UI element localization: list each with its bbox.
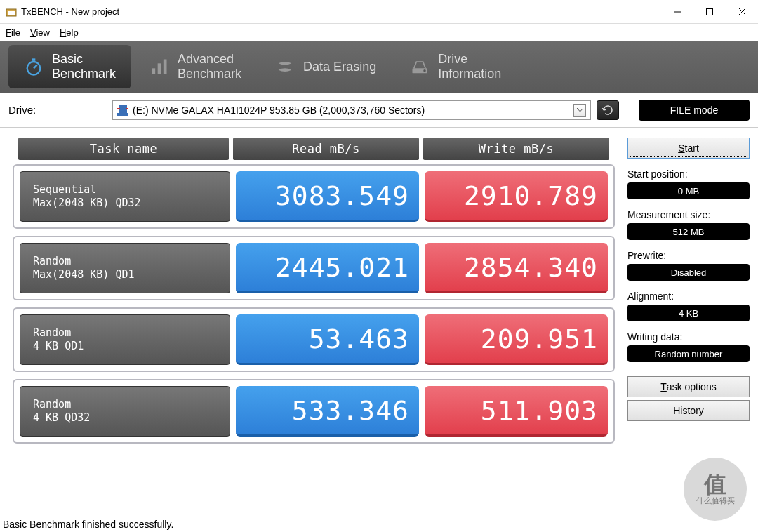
main-area: Task name Read mB/s Write mB/s Sequentia… [0,128,758,500]
read-value: 533.346 [236,386,419,437]
tab-data-erasing[interactable]: Data Erasing [260,50,392,84]
stopwatch-icon [24,57,44,77]
svg-rect-9 [152,68,156,74]
drive-controls-row: Drive: (E:) NVMe GALAX HA1I1024P 953.85 … [0,93,758,128]
read-value: 3083.549 [236,171,419,222]
menubar: File View Help [0,24,758,41]
drive-label: Drive: [8,104,107,116]
svg-rect-15 [117,113,128,116]
write-value: 2854.340 [425,243,608,293]
writing-data-value: Random number [627,345,750,362]
read-value: 53.463 [236,314,419,365]
tab-advanced-benchmark[interactable]: AdvancedBenchmark [134,45,257,88]
task-options-button[interactable]: Task options [627,376,750,397]
tabstrip: BasicBenchmark AdvancedBenchmark Data Er… [0,41,758,93]
prewrite-label: Prewrite: [627,250,750,261]
write-value: 2910.789 [425,171,608,222]
write-value: 511.903 [425,386,608,437]
start-button[interactable]: Start [627,138,750,159]
task-cell: Random4 KB QD1 [20,314,230,365]
titlebar: TxBENCH - New project [0,0,758,24]
table-row: SequentialMax(2048 KB) QD32 3083.549 291… [13,164,615,229]
refresh-button[interactable] [597,100,619,120]
chevron-down-icon[interactable] [573,104,586,117]
col-read: Read mB/s [233,138,419,160]
minimize-button[interactable] [661,1,693,22]
start-position-label: Start position: [627,168,750,180]
close-button[interactable] [726,1,758,22]
measurement-size-label: Measurement size: [627,209,750,220]
drive-select[interactable]: (E:) NVMe GALAX HA1I1024P 953.85 GB (2,0… [112,100,591,120]
erase-icon [275,57,295,77]
col-write: Write mB/s [423,138,609,160]
alignment-label: Alignment: [627,291,750,302]
file-mode-button[interactable]: FILE mode [639,100,750,121]
app-icon [6,6,17,18]
svg-line-8 [34,65,37,69]
svg-rect-3 [707,8,713,15]
window-title: TxBENCH - New project [21,6,661,17]
read-value: 2445.021 [236,243,419,293]
table-header: Task name Read mB/s Write mB/s [18,138,609,160]
status-bar: Basic Benchmark finished successfully. [0,517,758,532]
menu-view[interactable]: View [30,27,50,38]
drive-icon [410,57,430,77]
benchmark-table: Task name Read mB/s Write mB/s Sequentia… [8,138,619,500]
table-row: RandomMax(2048 KB) QD1 2445.021 2854.340 [13,236,615,300]
history-button[interactable]: History [627,400,750,421]
svg-rect-7 [32,58,36,61]
menu-file[interactable]: File [6,27,20,38]
svg-rect-11 [164,60,167,74]
side-panel: Start Start position: 0 MB Measurement s… [627,138,750,500]
tab-drive-information[interactable]: DriveInformation [394,45,517,88]
tab-basic-benchmark[interactable]: BasicBenchmark [8,45,131,88]
disk-icon [117,104,128,117]
task-cell: SequentialMax(2048 KB) QD32 [20,171,230,222]
table-row: Random4 KB QD1 53.463 209.951 [13,307,615,372]
maximize-button[interactable] [693,1,726,22]
svg-rect-1 [8,11,15,15]
write-value: 209.951 [425,314,608,365]
task-cell: RandomMax(2048 KB) QD1 [20,243,230,293]
bars-icon [149,57,169,77]
start-position-value: 0 MB [627,182,750,199]
svg-rect-10 [158,63,161,74]
table-row: Random4 KB QD32 533.346 511.903 [13,379,615,444]
svg-point-13 [423,69,426,72]
drive-value: (E:) NVMe GALAX HA1I1024P 953.85 GB (2,0… [133,105,425,116]
task-cell: Random4 KB QD32 [20,386,230,437]
measurement-size-value: 512 MB [627,223,750,240]
menu-help[interactable]: Help [60,27,79,38]
writing-data-label: Writing data: [627,331,750,343]
prewrite-value: Disabled [627,264,750,281]
alignment-value: 4 KB [627,305,750,321]
col-task-name: Task name [18,138,229,160]
refresh-icon [601,104,614,117]
